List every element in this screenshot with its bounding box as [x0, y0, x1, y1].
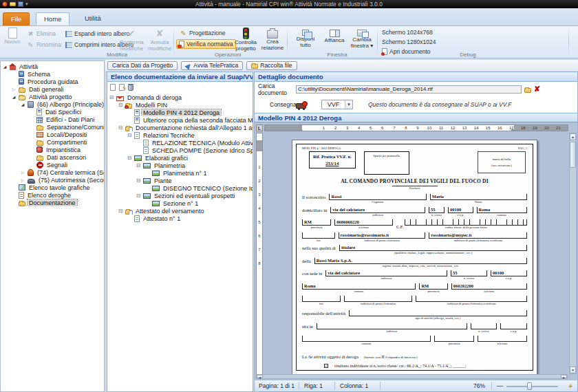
tree-item[interactable]: Procedura guidata — [1, 78, 104, 85]
elimina-button[interactable]: Elimina — [25, 29, 58, 39]
doc-tree-item[interactable]: RELAZIONE TECNICA (Modulo Attività) — [107, 139, 253, 146]
delete-document-icon[interactable] — [128, 85, 133, 91]
tree-item[interactable]: Elenco tavole grafiche — [1, 184, 104, 191]
vertical-scrollbar[interactable]: ▲ ▼ — [569, 133, 577, 374]
tree-item[interactable]: (66) Albergo (Principale) — [1, 100, 104, 108]
tree-item[interactable]: Dati Specifici — [1, 108, 104, 116]
progettazione-button[interactable]: Progettazione — [178, 28, 227, 38]
expander-icon[interactable] — [118, 102, 123, 109]
scroll-left-icon[interactable]: ◄ — [257, 375, 263, 378]
doc-tree-item[interactable]: Domanda di deroga — [107, 94, 253, 101]
edit-document-icon[interactable] — [119, 84, 125, 91]
expander-icon[interactable] — [11, 94, 17, 100]
tree-item[interactable]: Schema — [1, 70, 104, 78]
expander-icon[interactable] — [20, 177, 25, 184]
doc-tree-item[interactable]: Attestato n° 1 — [107, 215, 253, 222]
expander-icon[interactable] — [20, 169, 25, 176]
document-path-field[interactable]: C:\utility\Documenti\Namirial\manuale_De… — [296, 85, 522, 94]
expander-icon[interactable] — [136, 162, 141, 169]
doc-tree-item[interactable]: Sezione n° 1 — [107, 199, 253, 207]
doc-tree-item[interactable]: Planimetria — [107, 162, 253, 169]
raccolta-file-button[interactable]: Raccolta file — [246, 61, 297, 70]
conferma-modifiche-button[interactable]: ✔ Conferma modifiche — [117, 27, 146, 52]
expander-icon[interactable] — [20, 101, 25, 108]
avvia-telepratica-button[interactable]: Avvia TelePratica — [181, 61, 243, 70]
document-page[interactable]: MOD. PIN 4 - 2012 DEROGA PAG. 1 Rif. Pra… — [292, 140, 537, 375]
expander-icon[interactable] — [127, 132, 132, 139]
doc-tree-item[interactable]: Planimetria n° 1 — [107, 169, 253, 177]
doc-tree-item[interactable]: Sezioni ed eventuali prospetti — [107, 192, 253, 199]
tree-item[interactable]: Attività — [1, 63, 104, 70]
tree-item[interactable]: Dati ascensori — [1, 153, 104, 161]
status-column: Colonna: 1 — [340, 382, 368, 389]
expander-icon[interactable] — [136, 193, 141, 199]
tree-item[interactable]: Elenco deroghe — [1, 191, 104, 199]
browse-folder-icon[interactable] — [524, 88, 531, 93]
tree-item[interactable]: Documentazione — [1, 199, 104, 206]
ruler-number: 5 — [257, 220, 262, 234]
tab-stop-selector[interactable]: L — [256, 124, 263, 131]
right-indent-marker[interactable] — [511, 128, 515, 131]
carica-dati-button[interactable]: Carica Dati da Progetto — [107, 61, 178, 70]
apri-documento-button[interactable]: Apri documento — [380, 47, 433, 56]
tree-item[interactable]: Separazione/Comunicazione — [1, 123, 104, 131]
expander-icon[interactable] — [109, 94, 114, 101]
schermo-1024-button[interactable]: Schermo 1024x768 — [380, 28, 435, 37]
tree-item[interactable]: (74) Centrale termica (Secondaria) — [1, 168, 104, 176]
tree-item[interactable]: Compartimenti — [1, 138, 104, 146]
zoom-slider-track[interactable] — [506, 386, 558, 387]
crea-relazione-button[interactable]: Crea relazione — [260, 27, 285, 51]
tree-item[interactable]: Edifici - Dati Piani — [1, 116, 104, 123]
scroll-down-icon[interactable]: ▼ — [570, 367, 576, 373]
doc-tree-item[interactable]: SCHEDA POMPE (Sezione Idrico Sprinkler) — [107, 146, 253, 154]
ruler-number: 12 — [447, 125, 459, 131]
first-line-indent-marker[interactable] — [299, 124, 303, 127]
expander-icon[interactable] — [127, 155, 132, 162]
tree-item[interactable]: Attività progetto — [1, 93, 104, 100]
doc-tree-item[interactable]: Modelli PIN — [107, 101, 253, 109]
doc-tree-item[interactable]: Documentazione richiesta dall'Allegato 1… — [107, 124, 253, 131]
remove-document-icon[interactable]: ✘ — [534, 85, 540, 93]
tree-item[interactable]: (75) Autorimessa (Secondaria) — [1, 176, 104, 184]
new-document-icon[interactable] — [110, 84, 116, 91]
expander-icon[interactable] — [2, 63, 8, 70]
verifica-normativa-button[interactable]: Verifica normativa — [176, 39, 236, 49]
nuovo-button[interactable]: Nuovo — [1, 27, 23, 45]
doc-tree-item[interactable]: Ulteriore copia della seconda facciata M… — [107, 116, 253, 124]
cambia-finestra-button[interactable]: Cambia finestra ▾ — [348, 27, 376, 49]
tree-item[interactable]: Impiantistica — [1, 146, 104, 153]
disponi-tutto-button[interactable]: Disponi tutto — [292, 27, 319, 48]
delivery-target-select[interactable]: VVF ▼ — [321, 100, 353, 109]
zoom-in-icon[interactable]: + — [568, 382, 572, 390]
annulla-modifiche-button[interactable]: ✘ Annulla modifiche — [146, 27, 173, 52]
expander-icon[interactable] — [136, 177, 141, 184]
tree-item[interactable]: Segnali — [1, 161, 104, 168]
tree-item[interactable]: Locali/Depositi — [1, 131, 104, 138]
doc-tree-item[interactable]: Relazioni Tecniche — [107, 131, 253, 139]
zoom-out-icon[interactable]: — — [497, 382, 503, 389]
doc-tree-item[interactable]: Attestato del versamento — [107, 207, 253, 215]
doc-tree-item[interactable]: Modello PIN 4 2012 Deroga — [107, 109, 253, 116]
tree-item[interactable]: Dati generali — [1, 85, 104, 93]
tab-file[interactable]: File — [3, 12, 30, 25]
horizontal-scrollbar[interactable]: ◄ ► — [256, 374, 568, 379]
scroll-up-icon[interactable]: ▲ — [570, 133, 576, 140]
zoom-slider-thumb[interactable] — [527, 382, 532, 390]
affianca-button[interactable]: Affianca — [321, 27, 348, 44]
expander-icon[interactable] — [11, 86, 17, 93]
doc-tree-item[interactable]: DISEGNO TECNICO (Sezione Idrico Sprinkle… — [107, 184, 253, 192]
scroll-right-icon[interactable]: ► — [561, 375, 567, 378]
doc-tree-item[interactable]: Elaborati grafici — [107, 154, 253, 162]
vertical-scroll-thumb[interactable] — [570, 142, 576, 168]
controlla-progetto-button[interactable]: Controlla progetto — [231, 27, 260, 52]
doc-tree-item[interactable]: Piante — [107, 177, 253, 184]
tab-utilita[interactable]: Utilità — [77, 12, 109, 25]
rinomina-button[interactable]: Rinomina — [25, 40, 63, 50]
form-header-row: MOD. PIN 4 - 2012 DEROGA PAG. 1 — [302, 146, 527, 151]
expander-icon[interactable] — [118, 208, 123, 215]
schermo-1280-button[interactable]: Schermo 1280x1024 — [380, 37, 438, 47]
tab-home[interactable]: Home — [36, 12, 69, 25]
chevron-down-icon[interactable]: ▼ — [345, 100, 352, 109]
left-indent-marker[interactable] — [299, 129, 303, 131]
expander-icon[interactable] — [118, 124, 123, 131]
